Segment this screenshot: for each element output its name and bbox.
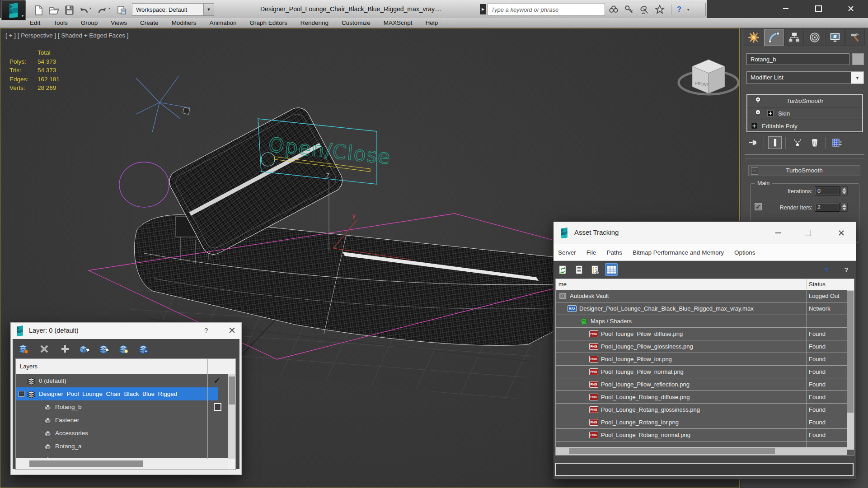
create-layer-button[interactable]	[17, 343, 30, 355]
layer-object-row[interactable]: Rotang_b	[16, 400, 228, 414]
redo-dropdown-caret[interactable]: ▾	[108, 6, 110, 10]
title-expand-button[interactable]: ▶	[480, 4, 486, 14]
details-view-button[interactable]	[589, 263, 601, 276]
undo-dropdown-caret[interactable]: ▾	[89, 6, 91, 10]
help-icon[interactable]: ?	[674, 4, 685, 15]
configure-modifier-sets-button[interactable]	[830, 136, 844, 149]
menu-maxscript[interactable]: MAXScript	[384, 19, 413, 26]
modifier-list-dropdown[interactable]: Modifier List ▼	[746, 71, 864, 84]
close-button[interactable]	[834, 226, 849, 240]
stack-item-editable-poly[interactable]: Editable Poly	[747, 120, 862, 133]
open-file-button[interactable]	[47, 3, 61, 16]
chevron-down-icon[interactable]: ▼	[851, 72, 863, 84]
tab-modify[interactable]	[764, 29, 784, 46]
table-row[interactable]: PNG Pool_Lounge_Rotang_ior.png Found	[556, 416, 847, 429]
render-iters-checkbox[interactable]: ✓	[755, 203, 762, 210]
table-row[interactable]: Maps / Shaders	[556, 315, 847, 328]
table-row[interactable]: PNG Pool_lounge_Pilow_glossiness.png Fou…	[556, 340, 847, 353]
status-column-header[interactable]: Status	[809, 281, 826, 288]
search-icon[interactable]	[609, 5, 619, 14]
redo-button[interactable]	[96, 3, 109, 16]
help-button[interactable]: ?	[820, 263, 833, 276]
menu-edit[interactable]: Edit	[30, 19, 40, 26]
vertical-scrollbar[interactable]	[847, 290, 854, 450]
hide-layer-button[interactable]	[117, 343, 130, 355]
menu-file[interactable]: File	[586, 249, 596, 256]
stack-item-skin[interactable]: Skin	[747, 107, 862, 120]
project-toggle-button[interactable]	[115, 3, 128, 16]
tab-create[interactable]	[744, 29, 763, 46]
layer-row-selected[interactable]: − Designer_Pool_Lounge_Chair_Black_Blue_…	[16, 387, 218, 400]
close-button[interactable]	[843, 3, 859, 14]
horizontal-scrollbar[interactable]	[16, 458, 228, 469]
menu-create[interactable]: Create	[140, 19, 159, 26]
show-end-result-button[interactable]	[768, 136, 782, 149]
horizontal-scrollbar[interactable]	[556, 447, 847, 455]
table-row[interactable]: PNG Pool_lounge_Pilow_normal.png Found	[556, 366, 847, 378]
scrollbar-thumb[interactable]	[29, 460, 143, 467]
delete-layer-button[interactable]	[38, 343, 51, 355]
asset-path-field[interactable]	[555, 463, 854, 476]
iterations-spinner-arrows[interactable]	[840, 186, 848, 195]
remove-modifier-button[interactable]	[808, 136, 821, 149]
menu-modifiers[interactable]: Modifiers	[172, 19, 197, 26]
tab-motion[interactable]	[805, 29, 824, 46]
minimize-button[interactable]	[778, 3, 793, 14]
render-iters-spinner[interactable]: 2	[815, 203, 840, 212]
menu-tools[interactable]: Tools	[53, 19, 68, 26]
app-menu-button[interactable]: ▼	[1, 0, 26, 20]
menu-graph-editors[interactable]: Graph Editors	[249, 19, 287, 26]
layer-object-row[interactable]: Fastener	[16, 414, 228, 427]
help-button[interactable]: ?	[204, 326, 208, 334]
menu-rendering[interactable]: Rendering	[300, 19, 328, 26]
new-scene-button[interactable]	[32, 3, 45, 16]
layer-object-row[interactable]: Rotang_a	[16, 440, 228, 453]
add-selection-button[interactable]	[59, 343, 71, 355]
minimize-button[interactable]	[770, 226, 786, 240]
table-row[interactable]: PNG Pool_lounge_Pilow_diffuse.png Found	[556, 328, 847, 340]
communication-center-icon[interactable]	[639, 5, 649, 14]
scrollbar-thumb[interactable]	[847, 291, 854, 413]
help-dropdown-caret[interactable]: ▾	[687, 8, 689, 12]
layer-object-row[interactable]: Accessories	[16, 427, 228, 440]
table-row[interactable]: PNG Pool_Lounge_Rotang_normal.png Found	[556, 429, 847, 442]
menu-paths[interactable]: Paths	[607, 249, 623, 256]
scrollbar-thumb[interactable]	[569, 448, 775, 454]
workspace-dropdown-button[interactable]: ▼	[203, 3, 214, 16]
sign-in-key-icon[interactable]	[624, 5, 634, 14]
tab-hierarchy[interactable]	[784, 29, 804, 46]
layer-row[interactable]: 0 (default) ✓	[16, 374, 228, 387]
menu-group[interactable]: Group	[81, 19, 98, 26]
save-file-button[interactable]	[62, 3, 76, 16]
table-view-button[interactable]	[605, 263, 618, 276]
maximize-button[interactable]	[800, 226, 816, 240]
viewcube[interactable]: FRONT	[679, 60, 738, 94]
table-row[interactable]: PNG Pool_Lounge_Rotang_glossiness.png Fo…	[556, 404, 847, 416]
scrollbar-thumb[interactable]	[229, 376, 235, 404]
menu-options[interactable]: Options	[734, 249, 755, 256]
modifier-enabled-bulb-icon[interactable]	[755, 109, 761, 117]
context-help-button[interactable]: ?	[840, 263, 853, 276]
menu-server[interactable]: Server	[558, 249, 576, 256]
object-name-field[interactable]: Rotang_b	[746, 53, 849, 65]
menu-bitmap-performance[interactable]: Bitmap Performance and Memory	[633, 249, 724, 256]
vertical-scrollbar[interactable]	[228, 374, 235, 459]
name-column-header[interactable]: me	[558, 281, 567, 288]
column-divider[interactable]	[807, 279, 807, 455]
viewport-label[interactable]: [ + ] [ Perspective ] [ Shaded + Edged F…	[5, 32, 128, 39]
search-input[interactable]	[487, 4, 609, 15]
asset-tracking-titlebar[interactable]: Asset Tracking	[554, 222, 856, 245]
favorites-star-icon[interactable]	[655, 5, 665, 14]
table-row[interactable]: Autodesk Vault Logged Out	[556, 290, 847, 302]
turbosmooth-rollout-header[interactable]: − TurboSmooth	[748, 165, 860, 176]
object-color-swatch[interactable]	[852, 53, 864, 65]
undo-button[interactable]	[77, 3, 90, 16]
freeze-layer-button[interactable]	[137, 343, 150, 355]
expand-plus-icon[interactable]	[751, 123, 757, 129]
iterations-spinner[interactable]: 0	[815, 186, 840, 195]
menu-customize[interactable]: Customize	[342, 19, 371, 26]
workspace-selector[interactable]: Workspace: Default ▾	[132, 3, 209, 16]
tab-utilities[interactable]	[845, 29, 865, 46]
layer-dialog-titlebar[interactable]: Layer: 0 (default) ?	[11, 323, 241, 339]
tab-display[interactable]	[825, 29, 845, 46]
